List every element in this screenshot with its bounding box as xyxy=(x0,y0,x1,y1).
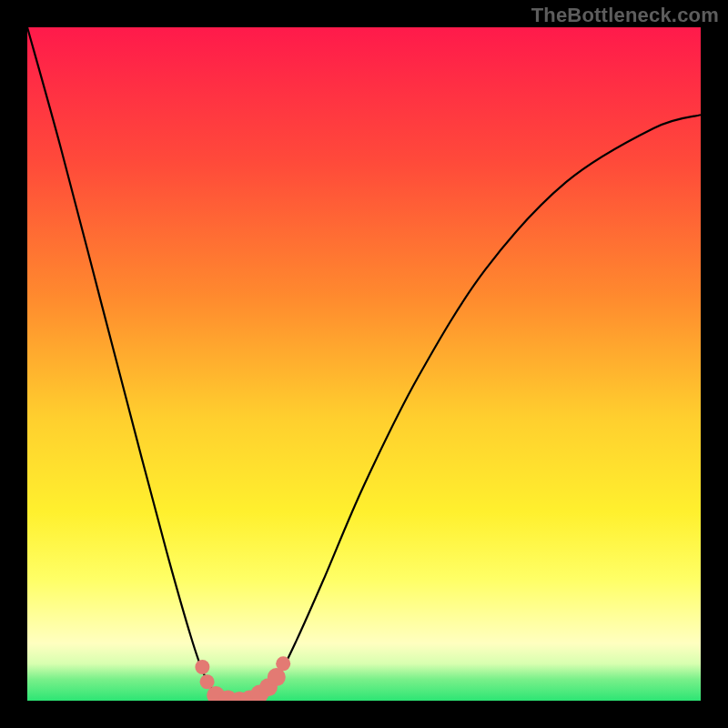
marker-dot xyxy=(200,674,215,689)
marker-dot xyxy=(195,660,209,674)
plot-area xyxy=(27,27,701,701)
gradient-rect xyxy=(27,27,701,701)
marker-dot xyxy=(276,656,290,671)
chart-svg xyxy=(27,27,701,701)
chart-frame: TheBottleneck.com xyxy=(0,0,728,728)
watermark-text: TheBottleneck.com xyxy=(531,4,719,27)
